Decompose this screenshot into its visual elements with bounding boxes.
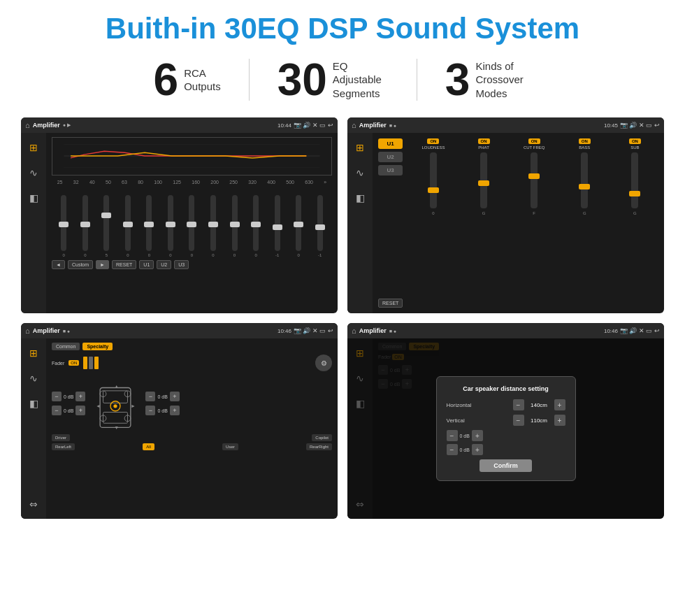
btn-rearleft[interactable]: RearLeft bbox=[52, 443, 75, 450]
db-plus-fr[interactable]: + bbox=[170, 392, 180, 401]
slider-track-5[interactable] bbox=[146, 195, 152, 251]
fader-bar-1[interactable] bbox=[83, 357, 87, 369]
slider-thumb-6[interactable] bbox=[166, 222, 175, 227]
bass-on-badge[interactable]: ON bbox=[579, 138, 591, 144]
sidebar-fader-expand[interactable]: ⇔ bbox=[24, 495, 43, 513]
slider-thumb-5[interactable] bbox=[144, 222, 154, 227]
dialog-horizontal-plus[interactable]: + bbox=[554, 399, 565, 410]
sub-thumb[interactable] bbox=[629, 191, 640, 196]
dialog-vertical-plus[interactable]: + bbox=[554, 415, 565, 426]
phat-thumb[interactable] bbox=[478, 180, 489, 186]
db-minus-fl[interactable]: − bbox=[52, 392, 62, 401]
fader-bar-3[interactable] bbox=[94, 357, 99, 369]
dsp-u1-btn[interactable]: U1 bbox=[378, 138, 403, 149]
screen-dsp: ⌂ Amplifier ■ ● 10:45 📷 🔊 ✕ ▭ ↩ ⊞ ∿ ◧ bbox=[347, 117, 664, 313]
slider-thumb-13[interactable] bbox=[315, 224, 325, 230]
slider-track-11[interactable] bbox=[275, 195, 280, 251]
dsp-u2-btn[interactable]: U2 bbox=[378, 152, 403, 162]
loudness-on-badge[interactable]: ON bbox=[427, 138, 439, 144]
home-icon-fader[interactable]: ⌂ bbox=[25, 327, 30, 335]
sidebar-fader-vol[interactable]: ◧ bbox=[24, 394, 43, 413]
dsp-u3-btn[interactable]: U3 bbox=[378, 165, 403, 176]
slider-track-1[interactable] bbox=[61, 195, 66, 251]
slider-track-7[interactable] bbox=[189, 195, 194, 251]
eq-u2-btn[interactable]: U2 bbox=[157, 260, 171, 269]
db-plus-rr[interactable]: + bbox=[170, 406, 180, 415]
eq-u1-btn[interactable]: U1 bbox=[139, 260, 154, 269]
sidebar-dsp-eq-icon[interactable]: ⊞ bbox=[351, 138, 369, 157]
slider-thumb-2[interactable] bbox=[80, 222, 90, 227]
loudness-slider[interactable] bbox=[430, 152, 437, 208]
slider-track-8[interactable] bbox=[210, 195, 216, 251]
sidebar-eq-icon[interactable]: ⊞ bbox=[24, 138, 43, 157]
db-minus-rl[interactable]: − bbox=[52, 406, 62, 415]
tab-specialty[interactable]: Specialty bbox=[82, 343, 113, 350]
dialog-db2-minus[interactable]: − bbox=[447, 444, 458, 455]
slider-thumb-1[interactable] bbox=[59, 222, 68, 227]
slider-track-12[interactable] bbox=[296, 195, 301, 251]
db-minus-rr[interactable]: − bbox=[145, 406, 155, 415]
slider-thumb-7[interactable] bbox=[187, 222, 196, 227]
btn-driver[interactable]: Driver bbox=[52, 434, 70, 441]
cutfreq-on-badge[interactable]: ON bbox=[528, 138, 540, 144]
dialog-db1-plus[interactable]: + bbox=[472, 430, 483, 441]
slider-track-2[interactable] bbox=[82, 195, 88, 251]
home-icon[interactable]: ⌂ bbox=[25, 121, 30, 129]
slider-thumb-8[interactable] bbox=[208, 222, 218, 227]
tab-common[interactable]: Common bbox=[52, 343, 80, 350]
slider-track-6[interactable] bbox=[168, 195, 173, 251]
db-minus-fr[interactable]: − bbox=[145, 392, 155, 401]
svg-text:▲: ▲ bbox=[115, 384, 120, 389]
home-icon-dsp[interactable]: ⌂ bbox=[352, 121, 356, 129]
settings-icon[interactable]: ⚙ bbox=[315, 354, 332, 371]
slider-track-9[interactable] bbox=[232, 195, 238, 251]
slider-thumb-9[interactable] bbox=[230, 222, 240, 227]
sidebar-vol-icon[interactable]: ◧ bbox=[24, 189, 43, 207]
btn-all[interactable]: All bbox=[143, 443, 154, 450]
sidebar-wave-icon[interactable]: ∿ bbox=[24, 164, 43, 182]
bass-slider[interactable] bbox=[581, 152, 588, 208]
eq-u3-btn[interactable]: U3 bbox=[174, 260, 189, 269]
btn-user[interactable]: User bbox=[222, 443, 238, 450]
slider-col-6: 0 bbox=[161, 195, 180, 257]
eq-play-btn[interactable]: ► bbox=[96, 260, 109, 269]
db-plus-rl[interactable]: + bbox=[75, 406, 85, 415]
btn-copilot[interactable]: Copilot bbox=[312, 434, 332, 441]
confirm-button[interactable]: Confirm bbox=[480, 459, 532, 472]
slider-thumb-11[interactable] bbox=[273, 224, 282, 230]
dialog-horizontal-label: Horizontal bbox=[447, 402, 472, 408]
cutfreq-thumb[interactable] bbox=[528, 173, 540, 179]
dialog-vertical-minus[interactable]: − bbox=[513, 415, 524, 426]
sidebar-dsp-wave-icon[interactable]: ∿ bbox=[351, 164, 369, 182]
slider-track-4[interactable] bbox=[125, 195, 131, 251]
slider-thumb-4[interactable] bbox=[123, 222, 133, 227]
loudness-thumb[interactable] bbox=[428, 187, 439, 193]
eq-prev-btn[interactable]: ◄ bbox=[52, 260, 65, 269]
btn-rearright[interactable]: RearRight bbox=[306, 443, 332, 450]
db-plus-fl[interactable]: + bbox=[75, 392, 85, 401]
sidebar-fader-eq[interactable]: ⊞ bbox=[24, 344, 43, 362]
dialog-db2-plus[interactable]: + bbox=[472, 444, 483, 455]
slider-thumb-3[interactable] bbox=[101, 213, 111, 218]
dialog-db1-minus[interactable]: − bbox=[447, 430, 458, 441]
sub-on-badge[interactable]: ON bbox=[629, 138, 641, 144]
bass-thumb[interactable] bbox=[579, 184, 590, 189]
sub-slider[interactable] bbox=[631, 152, 638, 208]
slider-track-3[interactable] bbox=[103, 195, 109, 251]
phat-on-badge[interactable]: ON bbox=[478, 138, 490, 144]
eq-preset-custom[interactable]: Custom bbox=[68, 260, 93, 269]
fader-bar-2[interactable] bbox=[89, 357, 93, 369]
phat-slider[interactable] bbox=[480, 152, 487, 208]
sidebar-dsp-vol-icon[interactable]: ◧ bbox=[351, 189, 369, 207]
sidebar-fader-wave[interactable]: ∿ bbox=[24, 369, 43, 387]
eq-reset-btn[interactable]: RESET bbox=[112, 260, 136, 269]
home-icon-dialog[interactable]: ⌂ bbox=[352, 327, 356, 335]
slider-thumb-10[interactable] bbox=[251, 222, 261, 227]
fader-on-badge[interactable]: ON bbox=[68, 360, 79, 366]
dsp-reset-btn[interactable]: RESET bbox=[378, 299, 403, 308]
slider-track-13[interactable] bbox=[317, 195, 323, 251]
cutfreq-slider[interactable] bbox=[531, 152, 538, 208]
slider-thumb-12[interactable] bbox=[294, 222, 303, 227]
dialog-horizontal-minus[interactable]: − bbox=[513, 399, 524, 410]
slider-track-10[interactable] bbox=[253, 195, 259, 251]
